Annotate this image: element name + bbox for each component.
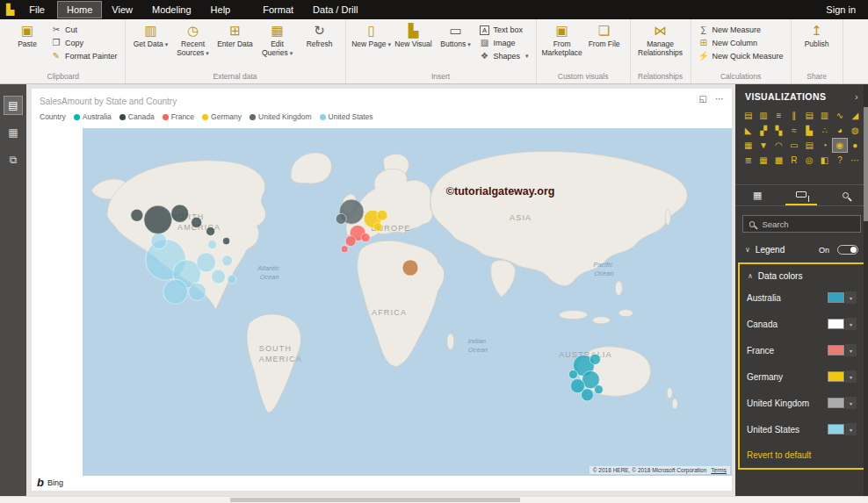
visual-type-card[interactable]: ▭: [787, 139, 800, 152]
map-bubble-united-states[interactable]: [197, 253, 216, 272]
file-menu-button[interactable]: File: [20, 2, 54, 18]
legend-item-germany[interactable]: Germany: [202, 112, 242, 121]
manage-relationships-button[interactable]: ⋈ Manage Relationships: [635, 21, 686, 58]
map-bubble-germany[interactable]: [377, 210, 387, 220]
map-bubble-united-states[interactable]: [208, 241, 217, 249]
model-view-button[interactable]: ⧉: [4, 151, 22, 169]
map-bubble-united-states[interactable]: [212, 269, 226, 284]
legend-item-australia[interactable]: Australia: [74, 112, 112, 121]
report-view-button[interactable]: ▤: [4, 97, 22, 114]
new-page-button[interactable]: ▯ New Page▾: [351, 21, 393, 49]
tab-analytics[interactable]: [830, 185, 862, 205]
map-bubble-united-states[interactable]: [222, 255, 233, 266]
color-dropdown-button[interactable]: ▾: [845, 397, 857, 409]
buttons-button[interactable]: ▭ Buttons▾: [435, 21, 477, 49]
visual-type-line-and-stacked-column-chart[interactable]: ▞: [756, 124, 770, 137]
from-file-button[interactable]: ❏ From File: [583, 21, 626, 49]
visual-type-kpi[interactable]: ◔: [818, 139, 831, 152]
visual-type-key-influencers[interactable]: ◧: [818, 154, 831, 167]
refresh-button[interactable]: ↻ Refresh: [299, 21, 341, 49]
visual-type-gauge[interactable]: ◠: [772, 139, 785, 152]
get-data-button[interactable]: ▥ Get Data▾: [130, 21, 172, 49]
legend-item-france[interactable]: France: [163, 112, 194, 121]
color-dropdown-button[interactable]: ▾: [845, 318, 857, 330]
enter-data-button[interactable]: ⊞ Enter Data: [214, 21, 257, 49]
visual-type-filled-map[interactable]: ●: [849, 139, 862, 152]
new-visual-button[interactable]: ▙ New Visual: [393, 21, 435, 49]
horizontal-scrollbar[interactable]: [0, 496, 868, 503]
legend-toggle[interactable]: [837, 245, 858, 255]
visual-type-map[interactable]: ◉: [833, 139, 846, 152]
publish-button[interactable]: ↥ Publish: [796, 21, 838, 49]
map-bubble-united-states[interactable]: [163, 279, 188, 304]
revert-to-default-link[interactable]: Revert to default: [747, 450, 857, 460]
color-swatch[interactable]: [828, 371, 844, 382]
more-options-icon[interactable]: ⋯: [715, 94, 724, 104]
color-swatch[interactable]: [828, 398, 844, 408]
color-swatch[interactable]: [828, 345, 844, 356]
titlebar-tab-modeling[interactable]: Modeling: [143, 2, 200, 18]
bing-logo[interactable]: b Bing: [37, 476, 63, 489]
visual-type-r-script-visual[interactable]: R: [787, 154, 800, 167]
titlebar-tab-home[interactable]: Home: [58, 2, 101, 18]
map-bubble-germany[interactable]: [373, 222, 382, 231]
map-bubble-france[interactable]: [341, 246, 348, 253]
visual-type-funnel-chart[interactable]: ▼: [756, 139, 770, 152]
from-marketplace-button[interactable]: ▣ From Marketplace: [541, 21, 583, 58]
visual-type-qa-visual[interactable]: ?: [833, 154, 846, 167]
color-dropdown-button[interactable]: ▾: [845, 370, 857, 383]
cut-button[interactable]: ✂ Cut: [51, 25, 118, 34]
shapes-button[interactable]: ❖ Shapes ▾: [480, 51, 529, 61]
report-page[interactable]: SalesAmount by State and Country ◱ ⋯ Cou…: [32, 89, 732, 491]
map-bubble-united-states[interactable]: [189, 283, 206, 300]
visual-type-stacked-bar-chart[interactable]: ▤: [741, 109, 755, 122]
map-bubble-canada[interactable]: [206, 226, 215, 235]
visual-type-slicer[interactable]: ≣: [741, 154, 755, 167]
color-swatch[interactable]: [828, 319, 844, 329]
visual-type-get-more-visuals[interactable]: ⋯: [849, 154, 862, 167]
new-quick-measure-button[interactable]: ⚡ New Quick Measure: [698, 51, 784, 61]
tab-format[interactable]: [785, 185, 817, 205]
visual-type-treemap[interactable]: ▦: [741, 139, 755, 152]
map-bubble-canada[interactable]: [223, 238, 230, 245]
visual-type-line-and-clustered-column-chart[interactable]: ▚: [772, 124, 785, 137]
text-box-button[interactable]: A Text box: [480, 25, 529, 34]
visual-type-stacked-area-chart[interactable]: ◣: [741, 124, 755, 137]
legend-item-canada[interactable]: Canada: [119, 112, 155, 121]
visual-type-table[interactable]: ▦: [756, 154, 770, 167]
map-bubble-australia[interactable]: [569, 370, 578, 378]
visual-type-arcgis-map[interactable]: ◎: [803, 154, 816, 167]
legend-item-united-kingdom[interactable]: United Kingdom: [250, 112, 311, 121]
titlebar-tab-format[interactable]: Format: [254, 2, 302, 18]
data-colors-header[interactable]: ∧ Data colors: [747, 266, 857, 284]
color-swatch[interactable]: [828, 424, 844, 435]
color-swatch[interactable]: [828, 292, 844, 303]
recent-sources-button[interactable]: ◷ Recent Sources▾: [172, 21, 214, 58]
tab-fields[interactable]: ▦: [741, 185, 773, 205]
map-bubble-france[interactable]: [345, 236, 356, 247]
map-bubble-canada[interactable]: [192, 217, 202, 227]
legend-item-united-states[interactable]: United States: [320, 112, 373, 121]
visual-type-100-stacked-bar-chart[interactable]: ▤: [803, 109, 816, 122]
visual-type-stacked-column-chart[interactable]: ▥: [756, 109, 770, 122]
color-dropdown-button[interactable]: ▾: [845, 423, 857, 435]
color-dropdown-button[interactable]: ▾: [845, 291, 857, 304]
map-bubble-australia[interactable]: [590, 354, 600, 364]
new-column-button[interactable]: ⊞ New Column: [698, 38, 784, 47]
visual-type-scatter-chart[interactable]: ∴: [818, 124, 831, 137]
map-bubble-france[interactable]: [361, 234, 370, 242]
visual-type-100-stacked-column-chart[interactable]: ▥: [818, 109, 831, 122]
titlebar-tab-data-drill[interactable]: Data / Drill: [304, 2, 366, 18]
visual-type-matrix[interactable]: ▩: [772, 154, 785, 167]
map-bubble-united-states[interactable]: [151, 234, 167, 249]
paste-button[interactable]: ▣ Paste: [6, 21, 48, 49]
map-bubble-united-kingdom[interactable]: [336, 213, 346, 224]
focus-mode-icon[interactable]: ◱: [699, 94, 707, 104]
panel-scrollbar[interactable]: [864, 84, 868, 496]
edit-queries-button[interactable]: ▦ Edit Queries▾: [257, 21, 299, 58]
map-bubble-united-states[interactable]: [228, 275, 236, 284]
visual-type-clustered-column-chart[interactable]: ∥: [787, 109, 800, 122]
titlebar-tab-help[interactable]: Help: [202, 2, 240, 18]
copy-button[interactable]: ❐ Copy: [51, 38, 118, 47]
visual-type-clustered-bar-chart[interactable]: ≡: [772, 109, 785, 122]
